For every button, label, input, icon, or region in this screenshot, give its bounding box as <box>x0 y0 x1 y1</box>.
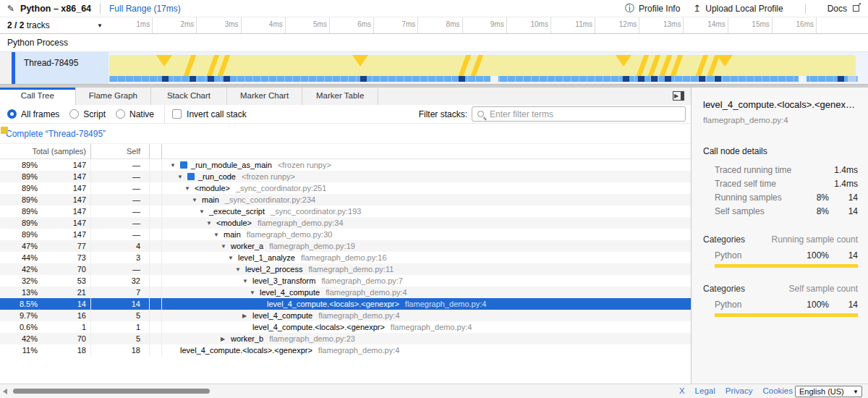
icon-cell <box>150 240 162 252</box>
invert-call-stack-toggle[interactable]: Invert call stack <box>172 109 247 119</box>
icon-cell <box>150 252 162 263</box>
twisty-open-icon[interactable]: ▼ <box>250 289 260 296</box>
table-row[interactable]: 89%147—▼_run_code<frozen runpy> <box>0 171 691 182</box>
column-total[interactable]: Total (samples) <box>0 144 91 158</box>
stat-row: Running samples8%14 <box>692 191 868 205</box>
total-count: 147 <box>38 161 90 169</box>
tree-cell: ▼_run_code<frozen runpy> <box>162 171 691 182</box>
ruler-tick: 2ms <box>153 17 197 33</box>
twisty-open-icon[interactable]: ▼ <box>177 174 187 180</box>
category-count: 14 <box>829 300 858 310</box>
top-bar-actions: ⓘ Profile Info ↥ Upload Local Profile Do… <box>625 2 868 15</box>
table-row[interactable]: 89%147—▼_run_module_as_main<frozen runpy… <box>0 159 691 171</box>
filter-input[interactable] <box>472 106 686 122</box>
table-row[interactable]: 42%70—▼level_2_processflamegraph_demo.py… <box>0 263 691 275</box>
icon-cell <box>150 194 162 206</box>
panel-bar <box>681 92 684 100</box>
radio-all-frames[interactable]: All frames <box>7 109 59 119</box>
tab-marker-chart[interactable]: Marker Chart <box>227 88 303 105</box>
profile-title: Python – x86_64 <box>20 4 91 14</box>
sidebar-toggle-icon[interactable]: ▶ <box>673 91 684 101</box>
timeline-ruler-row: 2 / 2 tracks ▼ 1ms2ms3ms4ms5ms6ms7ms8ms9… <box>0 17 868 34</box>
total-cell: 8.5%14 <box>0 298 91 310</box>
table-row[interactable]: 11%1818level_4_compute.<locals>.<genexpr… <box>0 344 691 356</box>
info-icon: ⓘ <box>625 2 634 15</box>
stat-row: Traced running time1.4ms <box>692 164 868 177</box>
footer-link-cookies[interactable]: Cookies <box>762 386 793 395</box>
table-row[interactable]: 89%147—▼_execute_script_sync_coordinator… <box>0 206 691 217</box>
edit-pencil-icon[interactable]: ✎ <box>7 4 14 14</box>
full-range-link[interactable]: Full Range (17ms) <box>109 4 181 14</box>
checkbox-icon[interactable] <box>172 109 182 119</box>
tab-stack-chart[interactable]: Stack Chart <box>151 88 227 105</box>
twisty-open-icon[interactable]: ▼ <box>170 162 180 169</box>
table-row[interactable]: 13%217▼level_4_computeflamegraph_demo.py… <box>0 287 691 298</box>
table-row[interactable]: 42%705▶worker_bflamegraph_demo.py:23 <box>0 333 691 344</box>
twisty-open-icon[interactable]: ▼ <box>184 185 195 192</box>
tab-flame-graph[interactable]: Flame Graph <box>76 88 152 105</box>
twisty-open-icon[interactable]: ▼ <box>242 278 252 284</box>
twisty-open-icon[interactable]: ▼ <box>228 255 238 261</box>
stat-label: Traced running time <box>715 165 799 176</box>
icon-cell <box>150 298 162 310</box>
call-tree-rows: 89%147—▼_run_module_as_main<frozen runpy… <box>0 159 691 356</box>
thread-label[interactable]: Thread-78495 <box>15 52 109 84</box>
table-row[interactable]: 89%147—▼<module>flamegraph_demo.py:34 <box>0 217 691 229</box>
function-name: main <box>224 230 241 239</box>
radio-label: All frames <box>21 109 59 119</box>
table-row[interactable]: 44%733▼level_1_analyzeflamegraph_demo.py… <box>0 252 691 263</box>
table-row[interactable]: 89%147—▼mainflamegraph_demo.py:30 <box>0 229 691 240</box>
tab-call-tree[interactable]: Call Tree <box>0 88 76 105</box>
table-row[interactable]: 9.7%165▶level_4_computeflamegraph_demo.p… <box>0 310 691 321</box>
process-track-header[interactable]: Python Process <box>0 34 868 52</box>
jank-marker-icon <box>660 55 673 76</box>
tree-cell: ▼level_2_processflamegraph_demo.py:11 <box>162 263 691 275</box>
table-row[interactable]: 8.5%1414level_4_compute.<locals>.<genexp… <box>0 298 691 310</box>
column-self[interactable]: Self <box>91 144 150 158</box>
scroll-left-arrow[interactable] <box>3 389 7 394</box>
ruler-tick: 8ms <box>418 17 462 33</box>
breadcrumb: Complete “Thread-78495” <box>0 124 691 143</box>
table-row[interactable]: 89%147—▼main_sync_coordinator.py:234 <box>0 194 691 206</box>
twisty-open-icon[interactable]: ▼ <box>235 266 245 273</box>
table-row[interactable]: 32%5332▼level_3_transformflamegraph_demo… <box>0 275 691 287</box>
tracks-dropdown[interactable]: 2 / 2 tracks ▼ <box>0 17 109 33</box>
selected-node-file: flamegraph_demo.py:4 <box>703 116 856 124</box>
twisty-open-icon[interactable]: ▼ <box>192 197 202 203</box>
self-cell: — <box>91 206 150 217</box>
icon-cell <box>150 229 162 240</box>
upload-profile-button[interactable]: ↥ Upload Local Profile <box>693 3 783 14</box>
thread-track[interactable]: Thread-78495 <box>0 52 868 84</box>
radio-label: Native <box>129 109 154 119</box>
footer-link-privacy[interactable]: Privacy <box>726 386 753 395</box>
icon-cell <box>150 344 162 356</box>
tab-marker-table[interactable]: Marker Table <box>302 88 378 105</box>
file-location: _sync_coordinator.py:251 <box>236 184 326 192</box>
ruler-tick: 13ms <box>639 17 684 33</box>
table-row[interactable]: 89%147—▼<module>_sync_coordinator.py:251 <box>0 182 691 194</box>
total-count: 1 <box>38 323 90 331</box>
docs-link[interactable]: Docs ↗ <box>827 4 859 14</box>
twisty-open-icon[interactable]: ▼ <box>199 208 209 215</box>
horizontal-scrollbar-thumb[interactable] <box>13 389 210 394</box>
ruler-tick: 4ms <box>242 17 286 33</box>
profile-info-button[interactable]: ⓘ Profile Info <box>625 2 680 15</box>
radio-script[interactable]: Script <box>69 109 106 119</box>
table-row[interactable]: 0.6%11level_4_compute.<locals>.<genexpr>… <box>0 321 691 333</box>
twisty-open-icon[interactable]: ▼ <box>221 243 231 250</box>
total-count: 70 <box>38 334 90 343</box>
twisty-open-icon[interactable]: ▼ <box>213 232 224 238</box>
twisty-closed-icon[interactable]: ▶ <box>242 313 252 319</box>
category-square-icon <box>187 173 195 180</box>
breadcrumb-link[interactable]: Complete “Thread-78495” <box>6 129 106 139</box>
language-select[interactable]: English (US) ▼ <box>795 386 862 397</box>
footer-link-legal[interactable]: Legal <box>695 386 715 395</box>
twisty-open-icon[interactable]: ▼ <box>206 220 216 226</box>
table-row[interactable]: 47%774▼worker_aflamegraph_demo.py:19 <box>0 240 691 252</box>
self-cell: 14 <box>91 298 150 310</box>
footer-link-x[interactable]: X <box>679 386 685 395</box>
thread-activity-graph[interactable] <box>109 52 868 84</box>
radio-native[interactable]: Native <box>116 109 154 119</box>
twisty-closed-icon[interactable]: ▶ <box>221 336 231 342</box>
jank-marker-icon <box>184 55 197 76</box>
